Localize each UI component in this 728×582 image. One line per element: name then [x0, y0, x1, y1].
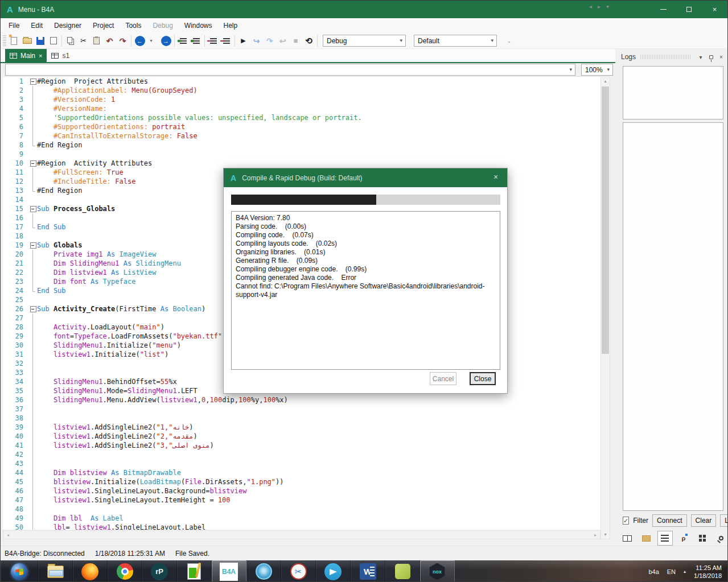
filter-checkbox[interactable]: ✓ [623, 517, 629, 525]
logs-output-box[interactable] [623, 122, 723, 511]
code-line[interactable]: 44 Dim blistview As BitmapDrawable [3, 468, 601, 477]
step-out-button[interactable]: ↩ [276, 34, 289, 48]
code-line[interactable]: 37 [3, 404, 601, 414]
code-line[interactable]: 4 #VersionName: [3, 104, 601, 113]
panel-drag-handle[interactable] [640, 55, 691, 59]
language-indicator[interactable]: EN [667, 568, 676, 575]
code-line[interactable]: 47 listview1.SingleLineLayout.ItemHeight… [3, 496, 601, 505]
fold-toggle-icon[interactable] [29, 304, 37, 313]
close-button[interactable]: × [702, 1, 727, 18]
taskbar-app-nox[interactable]: nox [420, 560, 455, 582]
code-line[interactable]: 46 listview1.SingleLineLayout.Background… [3, 486, 601, 496]
taskbar-app-chrome[interactable] [108, 560, 142, 582]
show-hidden-icons-arrow[interactable]: ▴ [684, 569, 686, 574]
code-line[interactable]: 2 #ApplicationLabel: Menu(GroupSeyed) [3, 86, 601, 95]
package-button[interactable] [47, 34, 60, 48]
panel-close-icon[interactable]: × [716, 54, 726, 60]
code-line[interactable]: 1#Region Project Attributes [3, 77, 601, 86]
indent-button[interactable] [176, 34, 190, 48]
scroll-left-icon[interactable]: ◂ [3, 533, 13, 538]
taskbar-clock[interactable]: 11:25 AM 1/18/2018 [694, 564, 722, 580]
taskbar-app-firefox[interactable] [73, 560, 108, 582]
tab-main[interactable]: Main × [5, 49, 47, 62]
tab-list-dropdown-icon[interactable]: ▾ [606, 3, 609, 10]
tab-scroll-left-icon[interactable]: ◂ [589, 3, 592, 10]
code-line[interactable]: 8#End Region [3, 141, 601, 150]
toolbar-grip[interactable] [3, 35, 6, 47]
code-line[interactable]: 7 #CanInstallToExternalStorage: False [3, 131, 601, 141]
tab-modules[interactable] [694, 531, 710, 546]
tab-files[interactable] [639, 531, 654, 546]
code-line[interactable]: 43 [3, 459, 601, 468]
clean-rebuild-button[interactable]: ⟲ [302, 34, 315, 48]
stop-button[interactable]: ■ [289, 34, 302, 48]
code-line[interactable]: 6 #SupportedOrientations: portrait [3, 122, 601, 131]
code-line[interactable]: 50 lbl= listview1.SingleLineLayout.Label [3, 523, 601, 530]
resume-button[interactable]: ↪ [250, 34, 263, 48]
panel-dropdown-icon[interactable]: ▾ [696, 54, 706, 60]
taskbar-app-telegram[interactable] [316, 560, 351, 582]
dialog-close-button[interactable]: Close [470, 372, 496, 385]
uncomment-button[interactable] [220, 34, 233, 48]
fold-toggle-icon[interactable] [29, 77, 37, 86]
step-over-button[interactable]: ↷ [263, 34, 276, 48]
editor-horizontal-scrollbar[interactable]: ◂ ▸ [3, 530, 601, 539]
outdent-button[interactable] [190, 34, 203, 48]
taskbar-app-rp[interactable]: rP [142, 560, 177, 582]
toolbar-overflow-button[interactable]: ⌄ [503, 34, 516, 48]
menu-windows[interactable]: Windows [179, 18, 218, 33]
scroll-right-icon[interactable]: ▸ [591, 533, 600, 538]
taskbar-app-b4a[interactable]: B4A [212, 560, 246, 582]
tab-logs[interactable] [657, 531, 673, 546]
code-line[interactable]: 9 [3, 150, 601, 159]
code-line[interactable]: 40 listview1.AddSingleLine2("2,"مقدمه) [3, 432, 601, 441]
code-line[interactable]: 42 [3, 450, 601, 459]
vertical-scroll-thumb[interactable] [602, 86, 609, 354]
save-button[interactable] [34, 34, 47, 48]
fold-toggle-icon[interactable] [29, 159, 37, 168]
build-configuration-select[interactable]: Debug ▾ [323, 35, 406, 47]
copy-button[interactable] [64, 34, 77, 48]
run-button[interactable]: ▶ [237, 34, 250, 48]
code-line[interactable]: 38 [3, 414, 601, 423]
menu-file[interactable]: File [3, 18, 25, 33]
cancel-button[interactable]: Cancel [430, 372, 456, 385]
navigate-back-button[interactable]: ← [133, 34, 146, 48]
paste-button[interactable] [90, 34, 103, 48]
code-line[interactable]: 39 listview1.AddSingleLine2("1,"خانه) [3, 423, 601, 432]
code-line[interactable]: 3 #VersionCode: 1 [3, 95, 601, 104]
menu-debug[interactable]: Debug [147, 18, 178, 33]
fold-toggle-icon[interactable] [29, 241, 37, 250]
tray-b4a-indicator[interactable]: b4a [648, 568, 659, 575]
code-line[interactable]: 5 'SupportedOrientations possible values… [3, 113, 601, 122]
editor-vertical-scrollbar[interactable]: ▴ ▾ [601, 76, 610, 539]
code-line[interactable]: 49 Dim lbl As Label [3, 514, 601, 523]
fold-toggle-icon[interactable] [29, 204, 37, 213]
pin-icon[interactable] [706, 54, 716, 60]
tab-s1[interactable]: s1 [47, 49, 74, 62]
navigate-back-dropdown[interactable]: ▾ [146, 34, 159, 48]
code-line[interactable]: 48 [3, 505, 601, 514]
taskbar-app-word[interactable]: W [351, 560, 385, 582]
code-line[interactable]: 41 listview1.AddSingleLine2("3,"منوی اصل… [3, 441, 601, 450]
menu-project[interactable]: Project [87, 18, 120, 33]
redo-button[interactable]: ↷ [116, 34, 129, 48]
libraries-button-truncated[interactable]: Li [720, 514, 728, 527]
build-profile-select[interactable]: Default ▾ [414, 35, 497, 47]
cut-button[interactable]: ✂ [77, 34, 90, 48]
tab-library-manager[interactable] [620, 531, 635, 546]
start-button[interactable] [1, 560, 38, 582]
clear-button[interactable]: Clear [691, 514, 717, 527]
taskbar-app-green-tile[interactable] [385, 560, 420, 582]
module-combo[interactable]: ▾ [5, 64, 575, 76]
taskbar-app-blue-circle[interactable] [246, 560, 281, 582]
taskbar-app-explorer[interactable] [38, 560, 73, 582]
scroll-up-icon[interactable]: ▴ [601, 77, 610, 85]
maximize-button[interactable] [676, 1, 702, 18]
menu-edit[interactable]: Edit [25, 18, 48, 33]
dialog-close-icon[interactable]: × [490, 172, 501, 181]
code-line[interactable]: 36 SlidingMenu1.Menu.AddView(listview1,0… [3, 395, 601, 404]
code-line[interactable]: 10#Region Activity Attributes [3, 159, 601, 168]
tab-search[interactable] [713, 531, 728, 546]
logs-filter-box[interactable] [623, 66, 723, 119]
